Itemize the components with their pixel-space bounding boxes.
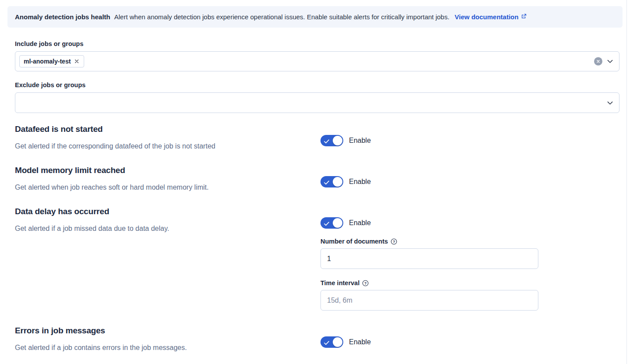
view-documentation-link[interactable]: View documentation: [455, 13, 527, 21]
toggle-thumb: [333, 337, 342, 347]
check-icon: [324, 138, 329, 145]
exclude-jobs-combobox[interactable]: [15, 92, 619, 113]
toggle-label: Enable: [349, 338, 371, 346]
remove-job-cross-icon[interactable]: [74, 58, 80, 64]
include-jobs-label: Include jobs or groups: [15, 40, 619, 47]
toggle-label: Enable: [349, 137, 371, 145]
section-errors-in-job-messages: Errors in job messages Get alerted if a …: [15, 325, 619, 352]
time-interval-input[interactable]: [320, 290, 538, 311]
exclude-chevron-down-icon[interactable]: [606, 99, 614, 106]
number-of-documents-label: Number of documents: [320, 238, 388, 245]
time-interval-field: Time interval ?: [320, 279, 538, 311]
question-mark-circle-icon[interactable]: ?: [362, 280, 369, 286]
toggle-label: Enable: [349, 178, 371, 186]
banner-description: Alert when anomaly detection jobs experi…: [114, 13, 450, 21]
section-data-delay: Data delay has occurred Get alerted if a…: [15, 206, 619, 311]
toggle-thumb: [333, 177, 342, 187]
errors-enable-toggle[interactable]: [320, 336, 343, 348]
view-documentation-label: View documentation: [455, 13, 519, 21]
model-memory-enable-toggle[interactable]: [320, 176, 343, 187]
svg-text:?: ?: [364, 281, 367, 285]
section-description: Get alerted if a job contains errors in …: [15, 343, 320, 352]
banner-title: Anomaly detection jobs health: [15, 13, 110, 21]
selected-job-pill-label: ml-anomaly-test: [24, 58, 71, 65]
toggle-label: Enable: [349, 219, 371, 227]
section-title: Data delay has occurred: [15, 206, 320, 217]
section-title: Model memory limit reached: [15, 165, 320, 176]
external-link-icon: [521, 13, 527, 21]
check-icon: [324, 180, 329, 186]
section-description: Get alerted if the corresponding datafee…: [15, 142, 320, 150]
alert-params-form: Include jobs or groups ml-anomaly-test E…: [0, 28, 630, 352]
svg-text:?: ?: [393, 239, 395, 244]
check-icon: [324, 221, 329, 227]
number-of-documents-field: Number of documents ?: [320, 238, 538, 269]
toggle-thumb: [333, 136, 342, 145]
check-icon: [324, 340, 329, 346]
selected-job-pill[interactable]: ml-anomaly-test: [19, 55, 84, 67]
question-mark-circle-icon[interactable]: ?: [391, 238, 397, 245]
include-chevron-down-icon[interactable]: [606, 58, 614, 65]
section-description: Get alerted if a job missed data due to …: [15, 224, 320, 233]
clear-selection-icon[interactable]: [594, 57, 602, 66]
alert-type-banner: Anomaly detection jobs healthAlert when …: [7, 6, 623, 28]
time-interval-label: Time interval: [320, 279, 359, 286]
datafeed-enable-toggle[interactable]: [320, 135, 343, 146]
exclude-jobs-label: Exclude jobs or groups: [15, 81, 619, 88]
include-jobs-combobox[interactable]: ml-anomaly-test: [15, 51, 619, 71]
section-datafeed-not-started: Datafeed is not started Get alerted if t…: [15, 124, 619, 150]
number-of-documents-input[interactable]: [320, 248, 538, 269]
section-title: Datafeed is not started: [15, 124, 320, 134]
section-description: Get alerted when job reaches soft or har…: [15, 183, 320, 191]
toggle-thumb: [333, 218, 342, 228]
data-delay-enable-toggle[interactable]: [320, 217, 343, 229]
section-title: Errors in job messages: [15, 325, 320, 336]
section-model-memory-limit: Model memory limit reached Get alerted w…: [15, 165, 619, 191]
scroll-area-edge: [626, 0, 627, 364]
